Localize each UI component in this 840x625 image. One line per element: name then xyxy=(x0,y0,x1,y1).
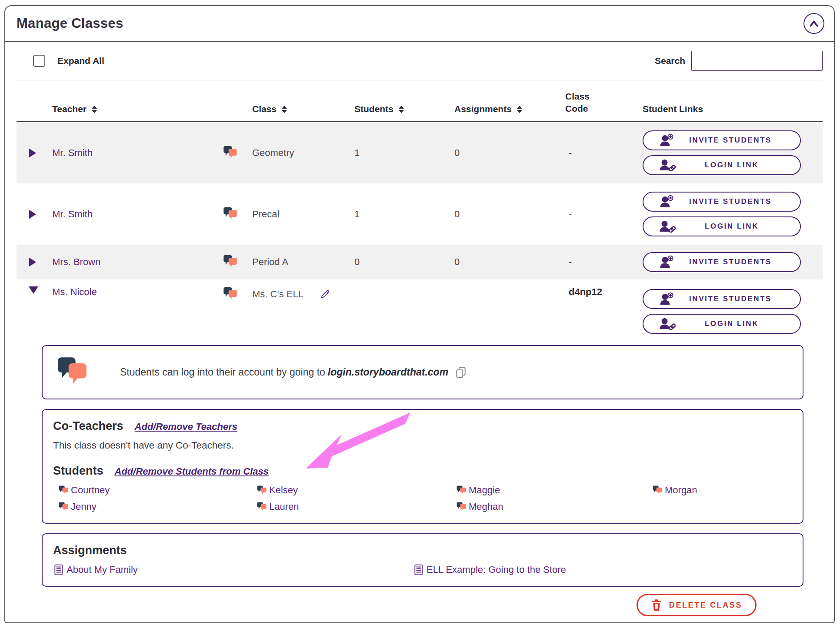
class-row-geometry: Mr. Smith Geometry 1 0 - INVITE STUDENTS… xyxy=(17,122,823,183)
student-links-cell: INVITE STUDENTS LOGIN LINK xyxy=(643,284,823,339)
students-count: 1 xyxy=(354,209,454,220)
search-input[interactable] xyxy=(691,51,823,71)
assignment-item[interactable]: ELL Example: Going to the Store xyxy=(414,564,792,575)
assignments-box: Assignments About My Family ELL Example:… xyxy=(42,533,803,587)
assignment-item[interactable]: About My Family xyxy=(54,564,414,575)
column-header-teacher[interactable]: Teacher xyxy=(52,104,223,114)
delete-class-row: DELETE CLASS xyxy=(42,587,803,616)
class-name[interactable]: Period A xyxy=(252,256,288,268)
class-code-value: - xyxy=(565,256,643,268)
expand-all-checkbox[interactable] xyxy=(33,55,45,67)
student-name[interactable]: Courtney xyxy=(71,485,110,496)
expand-row-button[interactable] xyxy=(17,209,52,219)
chat-bubbles-icon xyxy=(456,485,467,496)
edit-class-name-icon[interactable] xyxy=(319,289,330,300)
chat-bubbles-icon xyxy=(58,502,69,512)
add-remove-students-link[interactable]: Add/Remove Students from Class xyxy=(115,466,269,477)
student-links-cell: INVITE STUDENTS LOGIN LINK xyxy=(643,186,823,242)
triangle-down-icon xyxy=(29,286,38,294)
login-link-button[interactable]: LOGIN LINK xyxy=(643,155,801,175)
class-name[interactable]: Precal xyxy=(252,209,279,220)
person-plus-icon xyxy=(659,293,674,306)
class-chat-icon xyxy=(223,145,238,161)
assignments-count: 0 xyxy=(454,209,565,220)
invite-students-button[interactable]: INVITE STUDENTS xyxy=(643,289,801,309)
expand-row-button[interactable] xyxy=(17,148,52,158)
class-chat-icon xyxy=(223,254,238,270)
column-header-students[interactable]: Students xyxy=(354,104,454,114)
class-cell: Precal xyxy=(223,206,354,222)
student-login-info-box: Students can log into their account by g… xyxy=(42,345,803,399)
assignment-name[interactable]: ELL Example: Going to the Store xyxy=(427,564,566,575)
copy-icon[interactable] xyxy=(455,366,467,379)
delete-class-button[interactable]: DELETE CLASS xyxy=(637,594,757,616)
class-chat-icon xyxy=(223,206,238,222)
sort-icon xyxy=(399,106,404,113)
collapse-row-button[interactable] xyxy=(17,286,52,294)
teacher-name[interactable]: Mr. Smith xyxy=(52,209,223,220)
class-row-precal: Mr. Smith Precal 1 0 - INVITE STUDENTS L… xyxy=(17,183,823,245)
table-controls: Expand All Search xyxy=(5,42,834,80)
expanded-class-details: Students can log into their account by g… xyxy=(5,337,834,616)
student-name[interactable]: Maggie xyxy=(469,485,500,496)
document-icon xyxy=(414,564,423,575)
class-name[interactable]: Geometry xyxy=(252,147,294,159)
chat-bubbles-icon xyxy=(56,356,90,389)
triangle-right-icon xyxy=(29,209,36,219)
student-chip[interactable]: Kelsey xyxy=(257,485,456,496)
invite-students-button[interactable]: INVITE STUDENTS xyxy=(643,130,801,150)
column-header-class-code: Class Code xyxy=(565,90,613,114)
person-plus-icon xyxy=(659,195,674,208)
student-name[interactable]: Lauren xyxy=(269,501,299,512)
teacher-name[interactable]: Mr. Smith xyxy=(52,147,223,159)
student-chip[interactable]: Courtney xyxy=(58,485,257,496)
add-remove-teachers-link[interactable]: Add/Remove Teachers xyxy=(135,421,237,432)
class-code-value: - xyxy=(565,209,643,220)
class-row-period-a: Mrs. Brown Period A 0 0 - INVITE STUDENT… xyxy=(17,245,823,279)
column-header-assignments[interactable]: Assignments xyxy=(454,104,565,114)
expand-row-button[interactable] xyxy=(17,257,52,267)
students-grid: Courtney Kelsey Maggie Morgan xyxy=(53,485,792,512)
sort-icon xyxy=(92,106,97,113)
login-info-prefix: Students can log into their account by g… xyxy=(120,366,325,378)
column-header-label: Student Links xyxy=(643,104,703,114)
students-count: 1 xyxy=(354,147,454,159)
student-chip[interactable]: Jenny xyxy=(58,501,257,512)
class-name[interactable]: Ms. C's ELL xyxy=(252,289,303,300)
student-chip[interactable]: Lauren xyxy=(257,501,456,512)
login-link-button[interactable]: LOGIN LINK xyxy=(643,216,801,236)
column-header-label: Assignments xyxy=(454,104,512,114)
student-name[interactable]: Kelsey xyxy=(269,485,298,496)
assignment-name[interactable]: About My Family xyxy=(67,564,138,575)
column-header-label: Students xyxy=(354,104,393,114)
student-name[interactable]: Jenny xyxy=(71,501,97,512)
invite-students-button[interactable]: INVITE STUDENTS xyxy=(643,192,801,212)
table-header-row: Teacher Class Students Assignments Class… xyxy=(17,80,823,122)
chat-bubbles-icon xyxy=(58,485,69,496)
invite-students-button[interactable]: INVITE STUDENTS xyxy=(643,252,801,272)
manage-classes-page: Manage Classes Expand All Search Tea xyxy=(0,0,840,625)
login-info-text: Students can log into their account by g… xyxy=(120,366,467,379)
sort-icon xyxy=(282,106,287,113)
class-chat-icon xyxy=(223,286,238,302)
invite-students-label: INVITE STUDENTS xyxy=(674,197,800,206)
student-name[interactable]: Morgan xyxy=(665,485,697,496)
sort-icon xyxy=(517,106,522,113)
login-link-button[interactable]: LOGIN LINK xyxy=(643,314,801,334)
expand-all-control: Expand All xyxy=(33,55,104,67)
teacher-name[interactable]: Ms. Nicole xyxy=(52,286,223,298)
student-links-cell: INVITE STUDENTS LOGIN LINK xyxy=(643,125,823,180)
person-link-icon xyxy=(659,159,677,172)
student-chip[interactable]: Maggie xyxy=(456,485,652,496)
student-chip[interactable]: Morgan xyxy=(652,485,792,496)
chat-bubbles-icon xyxy=(257,502,267,512)
invite-students-label: INVITE STUDENTS xyxy=(674,295,800,303)
collapse-panel-button[interactable] xyxy=(803,13,824,34)
column-header-label: Class Code xyxy=(565,91,590,113)
login-domain: login.storyboardthat.com xyxy=(328,366,448,378)
student-name[interactable]: Meghan xyxy=(469,501,503,512)
student-chip[interactable]: Meghan xyxy=(456,501,652,512)
teacher-name[interactable]: Mrs. Brown xyxy=(52,256,223,268)
class-code-value: d4np12 xyxy=(565,286,643,298)
column-header-class[interactable]: Class xyxy=(223,104,354,114)
